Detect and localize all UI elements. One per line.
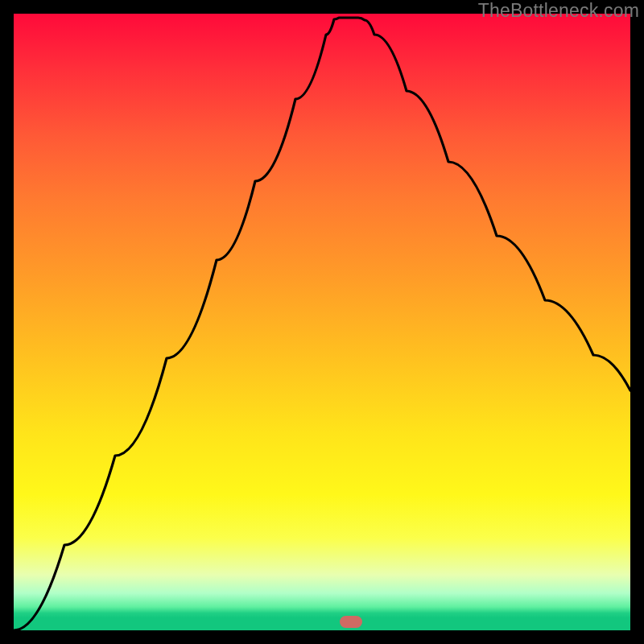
gradient-plot-area (14, 14, 630, 630)
chart-frame: TheBottleneck.com (0, 0, 644, 644)
bottleneck-curve (14, 14, 630, 630)
watermark-text: TheBottleneck.com (478, 0, 639, 22)
optimal-point-marker (340, 616, 362, 628)
